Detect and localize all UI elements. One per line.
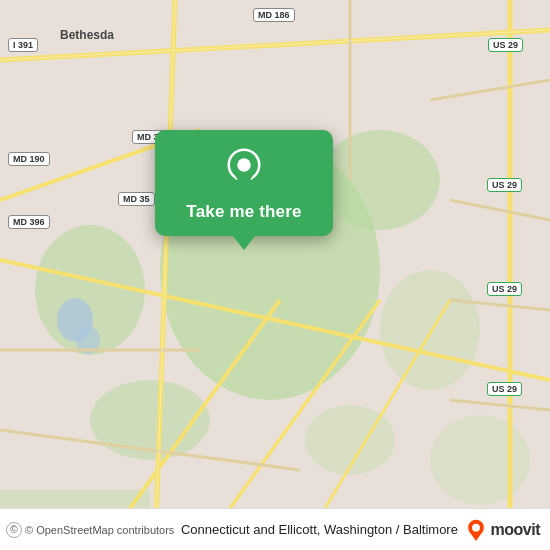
badge-md190: MD 190 [8, 152, 50, 166]
map-container: Bethesda MD 186 US 29 MD 355 MD 190 MD 3… [0, 0, 550, 550]
bethesda-label: Bethesda [60, 28, 114, 42]
badge-us29-bottom: US 29 [487, 382, 522, 396]
moovit-pin-icon [465, 519, 487, 541]
svg-point-28 [237, 158, 251, 172]
svg-line-24 [450, 400, 550, 410]
svg-marker-33 [470, 533, 481, 541]
osm-icon: © [6, 522, 22, 538]
take-me-there-button[interactable]: Take me there [186, 202, 301, 222]
badge-md186: MD 186 [253, 8, 295, 22]
svg-line-22 [450, 200, 550, 220]
svg-line-20 [430, 80, 550, 100]
badge-us29-lower: US 29 [487, 282, 522, 296]
bottom-bar: © © OpenStreetMap contributors Connectic… [0, 508, 550, 550]
badge-md35: MD 35 [118, 192, 155, 206]
badge-md396: MD 396 [8, 215, 50, 229]
svg-point-32 [472, 523, 480, 531]
moovit-logo: moovit [465, 519, 540, 541]
svg-point-3 [380, 270, 480, 390]
location-name: Connecticut and Ellicott, Washington / B… [180, 522, 458, 537]
svg-point-7 [430, 415, 530, 505]
moovit-wordmark: moovit [491, 521, 540, 539]
badge-us29-mid: US 29 [487, 178, 522, 192]
svg-point-1 [320, 130, 440, 230]
location-pin-icon [222, 148, 266, 192]
osm-attribution: © © OpenStreetMap contributors [6, 522, 174, 538]
osm-text: © OpenStreetMap contributors [25, 524, 174, 536]
popup-card: Take me there [155, 130, 333, 236]
map-roads [0, 0, 550, 550]
badge-us29-top: US 29 [488, 38, 523, 52]
badge-i391: I 391 [8, 38, 38, 52]
